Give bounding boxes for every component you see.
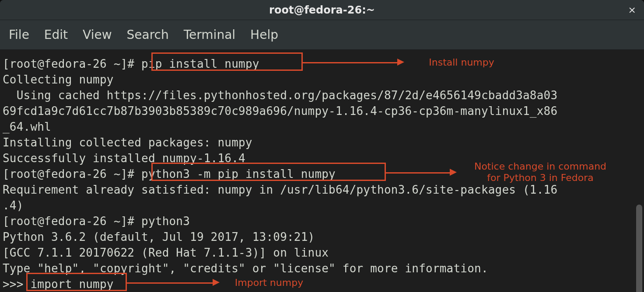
annotation-highlight-1 xyxy=(151,52,303,71)
scrollbar[interactable] xyxy=(636,52,642,290)
menubar: File Edit View Search Terminal Help xyxy=(0,20,644,50)
close-icon[interactable]: × xyxy=(628,4,636,15)
scrollbar-thumb[interactable] xyxy=(636,205,642,292)
prompt: [root@fedora-26 ~]# xyxy=(3,167,141,181)
annotation-arrow-2 xyxy=(386,172,452,174)
menu-terminal[interactable]: Terminal xyxy=(184,28,235,42)
command-python3: python3 xyxy=(141,215,190,228)
annotation-highlight-2 xyxy=(151,163,386,181)
output-line: .4) xyxy=(3,199,24,212)
titlebar: root@fedora-26:~ × xyxy=(0,0,644,20)
terminal-area[interactable]: [root@fedora-26 ~]# pip install numpy Co… xyxy=(0,50,644,292)
annotation-label-1: Install numpy xyxy=(424,57,499,68)
annotation-highlight-3 xyxy=(26,273,127,291)
arrow-head-icon xyxy=(213,279,220,286)
window-title: root@fedora-26:~ xyxy=(269,4,375,16)
output-line: _64.whl xyxy=(3,120,51,133)
output-line: 69fcd1a9c7d61cc7b87b3903b85389c70c989a69… xyxy=(3,104,557,118)
menu-file[interactable]: File xyxy=(9,28,29,42)
menu-view[interactable]: View xyxy=(83,28,112,42)
annotation-label-3: Import numpy xyxy=(232,277,306,289)
menu-edit[interactable]: Edit xyxy=(44,28,68,42)
prompt: [root@fedora-26 ~]# xyxy=(3,57,141,70)
menu-search[interactable]: Search xyxy=(127,28,169,42)
arrow-head-icon xyxy=(397,59,404,66)
output-line: Requirement already satisfied: numpy in … xyxy=(3,183,557,196)
annotation-arrow-1 xyxy=(303,62,399,63)
output-line: Installing collected packages: numpy xyxy=(3,136,252,149)
prompt: [root@fedora-26 ~]# xyxy=(3,215,141,228)
menu-help[interactable]: Help xyxy=(250,28,278,42)
terminal-window: root@fedora-26:~ × File Edit View Search… xyxy=(0,0,644,292)
arrow-head-icon xyxy=(450,169,457,176)
annotation-label-2: Notice change in command for Python 3 in… xyxy=(472,161,608,184)
output-line: Python 3.6.2 (default, Jul 19 2017, 13:0… xyxy=(3,230,315,243)
output-line: [GCC 7.1.1 20170622 (Red Hat 7.1.1-3)] o… xyxy=(3,246,329,259)
annotation-arrow-3 xyxy=(127,282,214,284)
output-line: Using cached https://files.pythonhosted.… xyxy=(3,89,557,102)
output-line: Collecting numpy xyxy=(3,73,114,86)
